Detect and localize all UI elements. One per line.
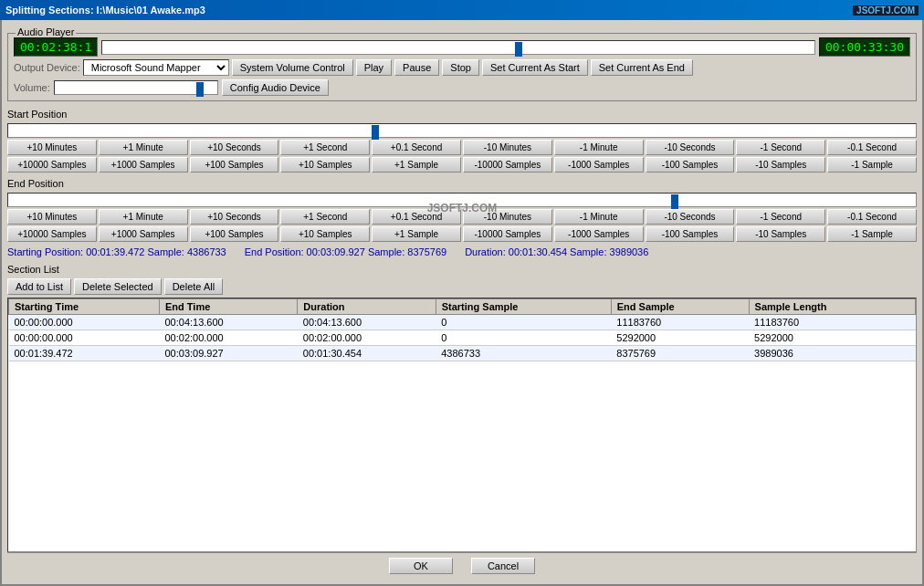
end-pos-btn[interactable]: -10000 Samples — [463, 226, 552, 242]
table-cell: 3989036 — [749, 346, 915, 361]
start-pos-btn[interactable]: +100 Samples — [190, 157, 279, 173]
end-pos-btn[interactable]: +0.1 Second — [372, 209, 461, 225]
table-row[interactable]: 00:01:39.47200:03:09.92700:01:30.4544386… — [9, 346, 916, 361]
end-pos-btn[interactable]: -10 Samples — [736, 226, 825, 242]
section-table-area: Starting TimeEnd TimeDurationStarting Sa… — [7, 298, 917, 552]
start-pos-btn[interactable]: +1000 Samples — [99, 157, 188, 173]
start-pos-btn[interactable]: +1 Second — [280, 140, 370, 155]
audio-slider-thumb[interactable] — [515, 42, 522, 57]
start-pos-btn[interactable]: -10000 Samples — [463, 157, 552, 173]
table-cell: 5292000 — [611, 330, 749, 346]
start-position-slider[interactable] — [7, 123, 917, 138]
start-pos-btn[interactable]: -1 Minute — [554, 140, 644, 155]
table-cell: 00:00:00.000 — [9, 330, 160, 346]
delete-selected-button[interactable]: Delete Selected — [74, 278, 162, 295]
start-pos-btn[interactable]: -100 Samples — [646, 157, 735, 173]
end-pos-btn[interactable]: +10 Seconds — [190, 209, 279, 225]
end-position-slider[interactable] — [7, 193, 917, 207]
table-row[interactable]: 00:00:00.00000:04:13.60000:04:13.6000111… — [9, 315, 916, 330]
system-volume-control-button[interactable]: System Volume Control — [232, 59, 353, 76]
section-list-buttons: Add to List Delete Selected Delete All — [7, 278, 917, 295]
end-pos-btn[interactable]: -1000 Samples — [554, 226, 644, 242]
end-pos-btn[interactable]: +100 Samples — [190, 226, 279, 242]
start-pos-btn[interactable]: -0.1 Second — [827, 140, 917, 155]
ok-button[interactable]: OK — [389, 558, 453, 574]
table-cell: 00:01:39.472 — [9, 346, 160, 361]
main-window: Audio Player 00:02:38:1 00:00:33:30 Outp… — [0, 20, 924, 586]
start-pos-btn[interactable]: -10 Seconds — [646, 140, 735, 155]
end-pos-btn[interactable]: +10 Samples — [280, 226, 370, 242]
play-button[interactable]: Play — [356, 59, 392, 76]
end-pos-btn[interactable]: -10 Seconds — [646, 209, 735, 225]
start-position-label: Start Position — [7, 109, 917, 120]
end-pos-btn[interactable]: -1 Second — [736, 209, 825, 225]
pause-button[interactable]: Pause — [394, 59, 439, 76]
output-device-label: Output Device: — [14, 62, 80, 73]
start-row2: +10000 Samples+1000 Samples+100 Samples+… — [7, 157, 917, 173]
end-pos-btn[interactable]: +1 Minute — [99, 209, 188, 225]
start-pos-btn[interactable]: -1 Second — [736, 140, 825, 155]
end-pos-btn[interactable]: -100 Samples — [646, 226, 735, 242]
table-column-header: End Sample — [611, 299, 749, 315]
start-pos-btn[interactable]: +10 Seconds — [190, 140, 279, 155]
end-position-thumb[interactable] — [671, 194, 678, 209]
set-current-as-end-button[interactable]: Set Current As End — [591, 59, 693, 76]
info-end: End Position: 00:03:09.927 Sample: 83757… — [245, 246, 446, 257]
start-position-thumb[interactable] — [372, 125, 379, 140]
window-title: Splitting Sections: I:\Music\01 Awake.mp… — [5, 5, 205, 16]
end-pos-btn[interactable]: +1 Second — [280, 209, 370, 225]
end-position-label: End Position — [7, 178, 917, 189]
info-start: Starting Position: 00:01:39.472 Sample: … — [7, 246, 226, 257]
section-list-label: Section List — [7, 264, 917, 275]
audio-player-title: Audio Player — [16, 26, 76, 37]
volume-thumb[interactable] — [196, 82, 204, 97]
start-pos-btn[interactable]: -10 Minutes — [463, 140, 552, 155]
delete-all-button[interactable]: Delete All — [164, 278, 223, 295]
table-cell: 00:00:00.000 — [9, 315, 160, 330]
config-audio-device-button[interactable]: Config Audio Device — [222, 79, 329, 96]
start-pos-btn[interactable]: -1 Sample — [827, 157, 917, 173]
table-row[interactable]: 00:00:00.00000:02:00.00000:02:00.0000529… — [9, 330, 916, 346]
footer: OK Cancel — [7, 552, 917, 579]
start-pos-btn[interactable]: -10 Samples — [736, 157, 825, 173]
output-device-select[interactable]: Microsoft Sound Mapper — [83, 59, 229, 76]
volume-row: Volume: Config Audio Device — [14, 78, 910, 97]
add-to-list-button[interactable]: Add to List — [7, 278, 71, 295]
end-pos-btn[interactable]: -0.1 Second — [827, 209, 917, 225]
info-duration: Duration: 00:01:30.454 Sample: 3989036 — [465, 246, 648, 257]
start-pos-btn[interactable]: +0.1 Second — [372, 140, 461, 155]
stop-button[interactable]: Stop — [442, 59, 479, 76]
start-pos-btn[interactable]: +10 Samples — [280, 157, 370, 173]
start-pos-btn[interactable]: +10000 Samples — [7, 157, 97, 173]
end-pos-btn[interactable]: -1 Minute — [554, 209, 644, 225]
volume-slider[interactable] — [54, 80, 218, 95]
table-cell: 00:03:09.927 — [159, 346, 297, 361]
start-pos-btn[interactable]: +10 Minutes — [7, 140, 97, 155]
audio-progress-slider[interactable] — [101, 40, 815, 55]
table-column-header: Starting Sample — [436, 299, 611, 315]
table-column-header: End Time — [159, 299, 297, 315]
title-brand: JSOFTJ.COM — [853, 5, 919, 16]
start-pos-btn[interactable]: +1 Minute — [99, 140, 188, 155]
end-pos-btn[interactable]: -1 Sample — [827, 226, 917, 242]
start-pos-btn[interactable]: -1000 Samples — [554, 157, 644, 173]
end-pos-btn[interactable]: +1000 Samples — [99, 226, 188, 242]
time-row: 00:02:38:1 00:00:33:30 — [14, 37, 910, 57]
table-cell: 5292000 — [749, 330, 915, 346]
table-column-header: Duration — [298, 299, 436, 315]
end-pos-btn[interactable]: +10 Minutes — [7, 209, 97, 225]
end-pos-btn[interactable]: +10000 Samples — [7, 226, 97, 242]
start-pos-btn[interactable]: +1 Sample — [372, 157, 461, 173]
cancel-button[interactable]: Cancel — [471, 558, 535, 574]
set-current-as-start-button[interactable]: Set Current As Start — [482, 59, 588, 76]
section-table: Starting TimeEnd TimeDurationStarting Sa… — [8, 298, 916, 361]
end-pos-btn[interactable]: -10 Minutes — [463, 209, 552, 225]
end-pos-btn[interactable]: +1 Sample — [372, 226, 461, 242]
section-list-area: Section List Add to List Delete Selected… — [7, 260, 917, 552]
table-header-row: Starting TimeEnd TimeDurationStarting Sa… — [9, 299, 916, 315]
table-cell: 00:01:30.454 — [298, 346, 436, 361]
table-cell: 0 — [436, 330, 611, 346]
table-column-header: Starting Time — [9, 299, 160, 315]
table-cell: 4386733 — [436, 346, 611, 361]
time-display-right: 00:00:33:30 — [819, 37, 910, 57]
